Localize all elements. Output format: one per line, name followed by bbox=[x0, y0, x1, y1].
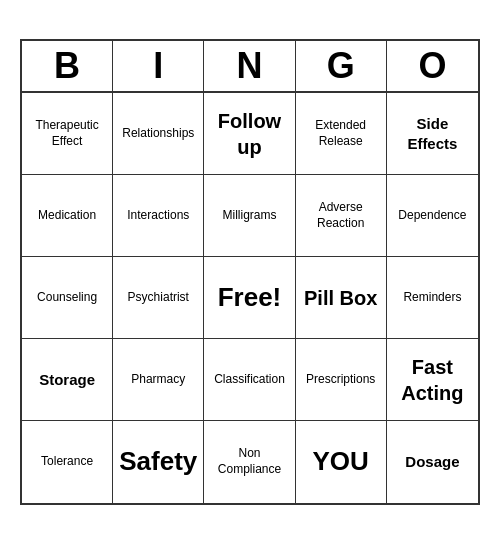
bingo-header: BINGO bbox=[22, 41, 478, 93]
bingo-cell: Follow up bbox=[204, 93, 295, 175]
cell-text: Fast Acting bbox=[391, 354, 474, 406]
cell-text: Side Effects bbox=[391, 114, 474, 153]
cell-text: Psychiatrist bbox=[128, 290, 189, 306]
bingo-cell: Milligrams bbox=[204, 175, 295, 257]
bingo-cell: Dependence bbox=[387, 175, 478, 257]
cell-text: Dependence bbox=[398, 208, 466, 224]
cell-text: Classification bbox=[214, 372, 285, 388]
header-letter: G bbox=[296, 41, 387, 91]
bingo-cell: Psychiatrist bbox=[113, 257, 204, 339]
bingo-cell: Storage bbox=[22, 339, 113, 421]
cell-text: Therapeutic Effect bbox=[26, 118, 108, 149]
cell-text: Counseling bbox=[37, 290, 97, 306]
bingo-cell: Free! bbox=[204, 257, 295, 339]
bingo-cell: Pharmacy bbox=[113, 339, 204, 421]
bingo-cell: Classification bbox=[204, 339, 295, 421]
cell-text: Pill Box bbox=[304, 285, 377, 311]
cell-text: Interactions bbox=[127, 208, 189, 224]
cell-text: Follow up bbox=[208, 108, 290, 160]
bingo-cell: Reminders bbox=[387, 257, 478, 339]
cell-text: Extended Release bbox=[300, 118, 382, 149]
bingo-cell: Therapeutic Effect bbox=[22, 93, 113, 175]
bingo-cell: Fast Acting bbox=[387, 339, 478, 421]
header-letter: N bbox=[204, 41, 295, 91]
bingo-cell: Relationships bbox=[113, 93, 204, 175]
bingo-cell: Prescriptions bbox=[296, 339, 387, 421]
bingo-cell: Adverse Reaction bbox=[296, 175, 387, 257]
cell-text: Tolerance bbox=[41, 454, 93, 470]
bingo-cell: Safety bbox=[113, 421, 204, 503]
bingo-cell: Counseling bbox=[22, 257, 113, 339]
header-letter: O bbox=[387, 41, 478, 91]
bingo-card: BINGO Therapeutic EffectRelationshipsFol… bbox=[20, 39, 480, 505]
bingo-cell: Side Effects bbox=[387, 93, 478, 175]
bingo-cell: Pill Box bbox=[296, 257, 387, 339]
bingo-cell: Tolerance bbox=[22, 421, 113, 503]
cell-text: Medication bbox=[38, 208, 96, 224]
cell-text: Relationships bbox=[122, 126, 194, 142]
header-letter: I bbox=[113, 41, 204, 91]
cell-text: Pharmacy bbox=[131, 372, 185, 388]
bingo-cell: Extended Release bbox=[296, 93, 387, 175]
cell-text: Milligrams bbox=[222, 208, 276, 224]
cell-text: Adverse Reaction bbox=[300, 200, 382, 231]
header-letter: B bbox=[22, 41, 113, 91]
cell-text: Reminders bbox=[403, 290, 461, 306]
bingo-cell: Dosage bbox=[387, 421, 478, 503]
cell-text: Non Compliance bbox=[208, 446, 290, 477]
bingo-cell: Non Compliance bbox=[204, 421, 295, 503]
cell-text: Safety bbox=[119, 445, 197, 479]
bingo-cell: Interactions bbox=[113, 175, 204, 257]
cell-text: YOU bbox=[313, 445, 369, 479]
bingo-cell: YOU bbox=[296, 421, 387, 503]
cell-text: Free! bbox=[218, 281, 282, 315]
bingo-cell: Medication bbox=[22, 175, 113, 257]
cell-text: Storage bbox=[39, 370, 95, 390]
bingo-grid: Therapeutic EffectRelationshipsFollow up… bbox=[22, 93, 478, 503]
cell-text: Prescriptions bbox=[306, 372, 375, 388]
cell-text: Dosage bbox=[405, 452, 459, 472]
